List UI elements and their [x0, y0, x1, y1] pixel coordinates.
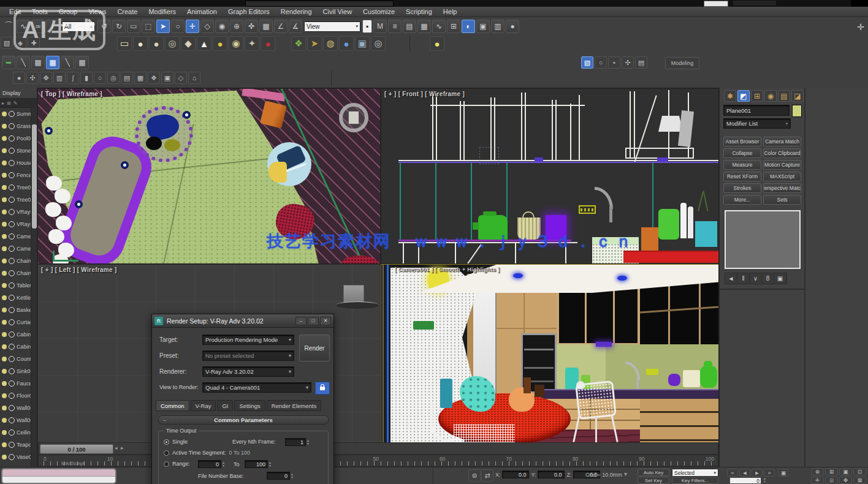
play-animation-icon[interactable]: ► [752, 469, 763, 477]
explorer-item[interactable]: Chair001 [0, 255, 31, 267]
star-icon[interactable]: ✣ [622, 56, 634, 69]
spinner-arrows[interactable]: ▲▼ [306, 439, 310, 445]
utility-button[interactable]: Camera Match [763, 137, 801, 146]
explorer-item[interactable]: Summer01 [0, 108, 31, 120]
material-editor-icon[interactable]: ◐ [462, 20, 475, 33]
explorer-grid-icon[interactable]: ⊞ [7, 100, 11, 106]
named-sets-icon[interactable]: ▪ [362, 20, 372, 33]
boxed-icon[interactable]: ▣ [161, 72, 173, 84]
walk-icon[interactable]: ✥ [839, 477, 852, 484]
go-to-end-icon[interactable]: » [764, 469, 775, 477]
configure-modifier-icon[interactable]: ▣ [774, 273, 786, 284]
preset-dropdown[interactable]: No preset selected▾ [202, 350, 294, 361]
close-button[interactable]: ✕ [320, 317, 331, 325]
explorer-item[interactable]: Faucet001 [0, 377, 31, 390]
pyramid-primitive-icon[interactable]: ✦ [245, 36, 259, 51]
circle-white-icon[interactable]: ○ [595, 56, 607, 69]
explorer-item[interactable]: Floor001 [0, 390, 31, 402]
flower-icon[interactable]: ✥ [40, 72, 52, 84]
explorer-item[interactable]: Ceiling001 [0, 426, 31, 439]
range-from-spinner[interactable]: 0 [198, 460, 221, 468]
coordinate-field[interactable]: Y: 0.0 [531, 471, 565, 478]
viewport-front-label[interactable]: [ + ] [ Front ] [ Wireframe ] [384, 91, 465, 97]
spinner-arrows[interactable]: ▲▼ [268, 461, 272, 467]
plane-primitive-icon[interactable]: ● [261, 36, 275, 51]
graphite-icon[interactable]: ▦ [417, 20, 431, 33]
explorer-item[interactable]: Fence001 [0, 169, 31, 181]
selection-lock-icon[interactable]: ⊜ [468, 469, 481, 482]
utility-button[interactable]: Sets [763, 195, 801, 205]
ring-icon[interactable]: ◎ [371, 36, 386, 51]
object-color-swatch[interactable] [792, 105, 802, 117]
tube-primitive-icon[interactable]: ◉ [229, 36, 243, 51]
select-blue-icon[interactable]: ▧ [581, 56, 593, 69]
grid-d-icon[interactable]: ▤ [635, 56, 647, 69]
track-bar[interactable]: 0102030405060708090100 [38, 455, 718, 467]
cone-primitive-icon[interactable]: ▲ [197, 36, 211, 51]
utility-button[interactable]: Strokes [723, 183, 761, 193]
explorer-item[interactable]: Tree001 [0, 181, 31, 194]
rollout-header[interactable]: − Common Parameters [158, 415, 329, 425]
explorer-item[interactable]: Chair002 [0, 267, 31, 279]
dialog-tab[interactable]: GI [217, 400, 233, 411]
menu-item[interactable]: Animation [181, 7, 223, 17]
status-caret-icon[interactable]: ▾ [624, 471, 627, 477]
explorer-item[interactable]: Wall001 [0, 402, 31, 414]
spinner-arrows[interactable]: ▲▼ [222, 461, 225, 467]
shell-icon[interactable]: ◍ [323, 36, 338, 51]
scrollbar-thumb[interactable] [32, 124, 37, 229]
menu-item[interactable]: Civil View [318, 7, 357, 17]
zoom-region-icon[interactable]: ⊡ [853, 468, 866, 475]
explorer-item[interactable]: Curtain001 [0, 316, 31, 328]
explorer-item[interactable]: Vase001 [0, 451, 31, 463]
minimize-button[interactable]: – [295, 317, 306, 325]
utility-button[interactable]: Perspective Match [763, 183, 801, 193]
explorer-item[interactable]: Wall002 [0, 414, 31, 426]
previous-frame-icon[interactable]: ◄ [739, 469, 750, 477]
redo-icon[interactable]: ↻ [112, 20, 126, 33]
maxscript-listener[interactable] [1, 468, 116, 484]
utility-button[interactable]: Asset Browser [723, 137, 761, 146]
explorer-item[interactable]: Counter001 [0, 353, 31, 365]
selected-set-combo[interactable]: Selected▾ [672, 469, 718, 477]
select-and-manipulate-icon[interactable]: ✜ [245, 20, 258, 33]
tab-utilities[interactable]: ◪ [791, 90, 804, 102]
explorer-item[interactable]: Camera001 [0, 230, 31, 243]
slider-next-arrow-icon[interactable]: ▸ [121, 445, 124, 451]
gem-icon[interactable]: ❖ [148, 72, 160, 84]
slider-prev-arrow-icon[interactable]: ◂ [115, 445, 118, 451]
target-icon[interactable]: ◎ [107, 72, 120, 84]
tab-display[interactable]: ▤ [778, 90, 790, 102]
tab-modify[interactable]: ◩ [737, 90, 750, 102]
workspace-plus-icon[interactable]: ✛ [854, 20, 867, 34]
select-and-move-icon[interactable]: ✛ [186, 20, 199, 33]
explorer-item[interactable]: Stone001 [0, 145, 31, 157]
angle-snap-icon[interactable]: ∡ [289, 20, 302, 33]
dialog-tab[interactable]: Common [156, 400, 189, 411]
light-primitive-icon[interactable]: ● [430, 36, 444, 51]
select-object-icon[interactable]: ➤ [156, 20, 170, 33]
listener-white-row[interactable] [2, 477, 115, 483]
explorer-item[interactable]: Tree002 [0, 194, 31, 206]
title-bar-input[interactable] [704, 1, 728, 7]
tab-create[interactable]: ✱ [724, 90, 736, 102]
grid-c-icon[interactable]: ▦ [75, 56, 89, 69]
keyboard-override-icon[interactable]: ▦ [259, 20, 273, 33]
fnb-spinner[interactable]: 0 [267, 472, 290, 480]
set-key-button[interactable]: Set Key [638, 477, 669, 484]
explorer-item[interactable]: House001 [0, 157, 31, 169]
diamond-icon[interactable]: ◇ [175, 72, 187, 84]
utility-button[interactable]: Measure [723, 160, 761, 170]
explorer-item[interactable]: Cabinet002 [0, 341, 31, 353]
explorer-item[interactable]: Basket001 [0, 304, 31, 316]
viewport-camera-label[interactable]: [ Camera001 ] [ Smooth + Highlights ] [395, 267, 500, 273]
rows-icon[interactable]: ▤ [121, 72, 133, 84]
arrow-icon[interactable]: ➤ [307, 36, 322, 51]
viewport-top-label[interactable]: [ Top ] [ Wireframe ] [41, 91, 102, 97]
clip-icon[interactable]: ▣ [355, 36, 370, 51]
key-filters-button[interactable]: Key Filters... [672, 477, 718, 484]
spinner-arrows[interactable]: ▲▼ [291, 473, 294, 479]
point-icon[interactable]: ● [13, 72, 25, 84]
time-slider[interactable]: 0 / 100 ◂ ▸ [38, 442, 718, 455]
target-dropdown[interactable]: Production Rendering Mode▾ [202, 335, 294, 345]
